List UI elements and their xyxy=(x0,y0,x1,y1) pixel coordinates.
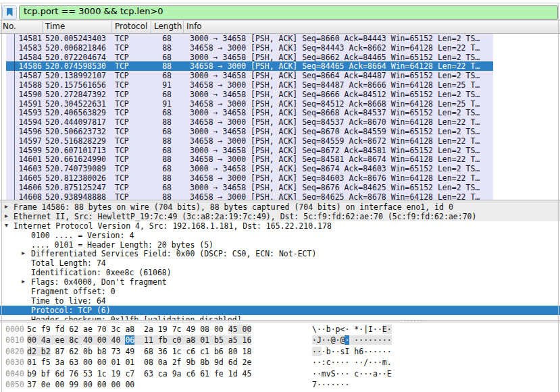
cell-time: 520.661624990 xyxy=(42,155,111,164)
cell-length: 68 xyxy=(152,90,172,99)
column-header-no[interactable]: No. xyxy=(0,21,43,33)
expander-closed-icon[interactable]: ▸ xyxy=(5,212,8,219)
detail-text: Frame 14586: 88 bytes on wire (704 bits)… xyxy=(0,202,560,212)
hex-ascii[interactable]: ·J··@·@· ········ xyxy=(312,335,392,345)
packet-row[interactable]: 14605520.812380026TCP8834658 → 3000 [PSH… xyxy=(6,173,493,183)
detail-row[interactable]: ▸Differentiated Services Field: 0x00 (DS… xyxy=(0,249,560,258)
pane-splitter-bottom[interactable]: ······ xyxy=(0,320,560,323)
hex-ascii[interactable]: 7······· xyxy=(312,380,349,389)
detail-row[interactable]: ▸Frame 14586: 88 bytes on wire (704 bits… xyxy=(0,202,560,212)
filter-bookmark-button[interactable] xyxy=(2,5,17,20)
cell-info: 3000 → 34658 [PSH, ACK] Seq=8660 Ack=844… xyxy=(190,34,493,43)
packet-row[interactable]: 14596520.506623732TCP683000 → 34658 [PSH… xyxy=(6,127,493,136)
cell-time: 520.444097817 xyxy=(42,117,111,127)
packet-rows: 14581520.005243403TCP683000 → 34658 [PSH… xyxy=(6,34,493,200)
ascii-segment: E· xyxy=(382,325,392,334)
hex-row[interactable]: 001000 4a ee 8c 40 00 40 06 11 fb c0 a8 … xyxy=(0,335,560,346)
cell-info: 34658 → 3000 [PSH, ACK] Seq=84512 Ack=86… xyxy=(190,99,493,109)
column-header-time[interactable]: Time xyxy=(43,21,112,33)
packet-row[interactable]: 14603520.740739089TCP683000 → 34658 [PSH… xyxy=(6,164,493,173)
cell-length: 88 xyxy=(152,117,172,127)
packet-row[interactable]: 14588520.157561656TCP9134658 → 3000 [PSH… xyxy=(6,80,493,90)
packet-row[interactable]: 14591520.304522631TCP9134658 → 3000 [PSH… xyxy=(6,99,493,109)
cell-info: 3000 → 34658 [PSH, ACK] Seq=8672 Ack=845… xyxy=(190,146,493,155)
expander-open-icon[interactable]: ▾ xyxy=(5,221,8,229)
ascii-segment: ··:c···· ··/···m. xyxy=(312,358,392,367)
ascii-segment: ··mvS··· c···a··E xyxy=(312,369,392,379)
hex-ascii[interactable]: \··b·p<· *·|I··E· xyxy=(312,325,392,334)
packet-row[interactable]: 14594520.444097817TCP8834658 → 3000 [PSH… xyxy=(6,117,493,127)
packet-row[interactable]: 14599520.607101713TCP683000 → 34658 [PSH… xyxy=(6,146,493,155)
cell-info: 3000 → 34658 [PSH, ACK] Seq=8666 Ack=845… xyxy=(190,90,493,99)
cell-no: 14601 xyxy=(6,155,42,164)
cell-protocol: TCP xyxy=(111,117,152,127)
detail-row[interactable]: Header checksum: 0x11fb [validation disa… xyxy=(0,315,560,320)
ascii-segment: ·· xyxy=(312,347,322,356)
detail-row[interactable]: ▾Internet Protocol Version 4, Src: 192.1… xyxy=(0,221,560,231)
hex-bytes[interactable]: 01 f5 3a 63 00 00 01 01 08 0a 2f 9b 8b 9… xyxy=(27,358,251,367)
detail-text: Ethernet II, Src: HewlettP_19:7c:49 (3c:… xyxy=(0,212,560,221)
cell-info: 34658 → 3000 [PSH, ACK] Seq=84625 Ack=86… xyxy=(190,192,493,200)
detail-row[interactable]: ▸Ethernet II, Src: HewlettP_19:7c:49 (3c… xyxy=(0,212,560,221)
expander-closed-icon[interactable]: ▸ xyxy=(5,202,8,210)
display-filter-input[interactable]: tcp.port == 3000 && tcp.len>0 xyxy=(19,5,558,20)
packet-row[interactable]: 14590520.272847392TCP683000 → 34658 [PSH… xyxy=(6,90,493,99)
column-header-protocol[interactable]: Protocol xyxy=(112,21,151,33)
hex-segment: 06 xyxy=(125,335,134,345)
detail-row[interactable]: Identification: 0xee8c (61068) xyxy=(0,268,560,277)
column-header-length[interactable]: Length xyxy=(151,21,184,33)
hex-row[interactable]: 00005c f9 fd 62 ae 70 3c a8 2a 19 7c 49 … xyxy=(0,325,560,335)
hex-row[interactable]: 0020d2 b2 87 62 0b b8 73 49 68 36 1c c6 … xyxy=(0,347,560,358)
cell-time: 520.157561656 xyxy=(42,80,111,90)
expander-closed-icon[interactable]: ▸ xyxy=(22,249,25,256)
packet-row[interactable]: 14581520.005243403TCP683000 → 34658 [PSH… xyxy=(6,34,493,43)
detail-row[interactable]: 0100 .... = Version: 4 xyxy=(0,231,560,240)
ascii-segment: ········ xyxy=(349,335,391,345)
detail-row[interactable]: Time to live: 64 xyxy=(0,296,560,306)
detail-row[interactable]: ▸Flags: 0x4000, Don't fragment xyxy=(0,277,560,287)
detail-row[interactable]: Protocol: TCP (6) xyxy=(0,306,560,315)
detail-text: Flags: 0x4000, Don't fragment xyxy=(0,277,560,287)
packet-row[interactable]: 14583520.006821846TCP8834658 → 3000 [PSH… xyxy=(6,43,493,53)
hex-offset: 0010 xyxy=(5,335,24,345)
cell-protocol: TCP xyxy=(111,71,152,80)
hex-bytes[interactable]: 5c f9 fd 62 ae 70 3c a8 2a 19 7c 49 08 0… xyxy=(27,325,251,334)
hex-segment: 87 62 0b b8 73 49 68 36 1c c6 c1 b6 80 1… xyxy=(51,347,252,356)
hex-ascii[interactable]: ··mvS··· c···a··E xyxy=(312,369,392,379)
cell-protocol: TCP xyxy=(111,53,152,62)
cell-time: 520.516828229 xyxy=(42,136,111,146)
expander-closed-icon[interactable]: ▸ xyxy=(22,277,25,285)
hex-bytes[interactable]: b9 bf 6d 76 53 1c 19 c7 63 ca 9a c6 61 f… xyxy=(27,369,251,379)
detail-row[interactable]: .... 0101 = Header Length: 20 bytes (5) xyxy=(0,240,560,250)
detail-text: Differentiated Services Field: 0x00 (DSC… xyxy=(0,249,560,258)
hex-row[interactable]: 0040b9 bf 6d 76 53 1c 19 c7 63 ca 9a c6 … xyxy=(0,369,560,380)
packet-row[interactable]: 14593520.406563829TCP683000 → 34658 [PSH… xyxy=(6,108,493,117)
cell-protocol: TCP xyxy=(111,183,152,192)
cell-length: 68 xyxy=(152,146,172,155)
hex-bytes[interactable]: d2 b2 87 62 0b b8 73 49 68 36 1c c6 c1 b… xyxy=(27,347,251,356)
column-header-info[interactable]: Info xyxy=(184,21,560,33)
cell-time: 520.938948888 xyxy=(42,192,111,200)
packet-row[interactable]: 14601520.661624990TCP8834658 → 3000 [PSH… xyxy=(6,155,493,164)
cell-no: 14590 xyxy=(6,90,42,99)
detail-row[interactable]: Total Length: 74 xyxy=(0,258,560,268)
hex-ascii[interactable]: ··:c···· ··/···m. xyxy=(312,358,392,367)
hex-bytes[interactable]: 00 4a ee 8c 40 00 40 06 11 fb c0 a8 01 b… xyxy=(27,335,251,345)
cell-protocol: TCP xyxy=(111,146,152,155)
packet-row[interactable]: 14606520.875125247TCP683000 → 34658 [PSH… xyxy=(6,183,493,192)
detail-row[interactable]: Fragment offset: 0 xyxy=(0,287,560,296)
hex-row[interactable]: 005037 0e 00 99 00 00 00 007······· xyxy=(0,380,560,391)
cell-length: 91 xyxy=(152,80,172,90)
cell-protocol: TCP xyxy=(111,127,152,136)
hex-ascii[interactable]: ···b··sI h6······ xyxy=(312,347,392,356)
hex-segment: 45 00 xyxy=(228,325,252,334)
hex-bytes[interactable]: 37 0e 00 99 00 00 00 00 xyxy=(27,380,134,389)
detail-text: Total Length: 74 xyxy=(0,258,560,268)
packet-row[interactable]: 14597520.516828229TCP8834658 → 3000 [PSH… xyxy=(6,136,493,146)
packet-row[interactable]: 14587520.138992107TCP683000 → 34658 [PSH… xyxy=(6,71,493,80)
cell-info: 3000 → 34658 [PSH, ACK] Seq=8674 Ack=846… xyxy=(190,164,493,173)
cell-time: 520.138992107 xyxy=(42,71,111,80)
packet-row[interactable]: 14586520.074598530TCP8834658 → 3000 [PSH… xyxy=(6,61,493,71)
packet-row[interactable]: 14584520.072204674TCP683000 → 34658 [PSH… xyxy=(6,53,493,62)
hex-row[interactable]: 003001 f5 3a 63 00 00 01 01 08 0a 2f 9b … xyxy=(0,358,560,368)
